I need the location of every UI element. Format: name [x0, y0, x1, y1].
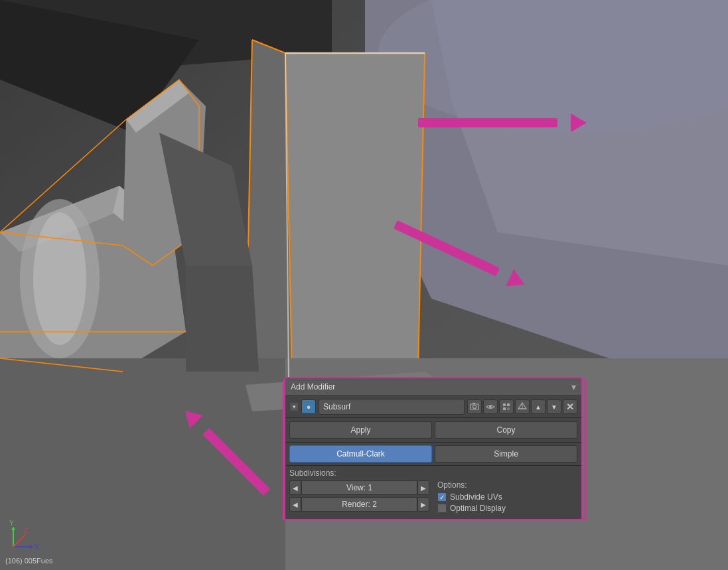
subdivide-uvs-label: Subdivide UVs [450, 492, 502, 502]
view-slider-row: ◀ View: 1 ▶ [289, 480, 429, 495]
optimal-display-label: Optimal Display [450, 504, 506, 513]
svg-rect-49 [503, 407, 506, 410]
modifier-header-title: Add Modifier [291, 382, 335, 392]
subdiv-options-panel: Options: Subdivide UVs Optimal Display [437, 480, 577, 515]
subdivisions-section: Subdivisions: ◀ View: 1 ▶ ◀ Render: 2 ▶ [285, 466, 581, 519]
subdivide-type-row: Catmull-Clark Simple [285, 443, 581, 466]
options-label: Options: [437, 480, 577, 490]
render-icon[interactable] [499, 399, 514, 414]
close-modifier-icon[interactable]: ✕ [563, 399, 577, 414]
subdivisions-options: ◀ View: 1 ▶ ◀ Render: 2 ▶ Options: [289, 480, 577, 515]
render-decrease-button[interactable]: ◀ [289, 497, 301, 512]
view-decrease-button[interactable]: ◀ [289, 480, 301, 495]
catmull-clark-button[interactable]: Catmull-Clark [289, 445, 432, 463]
apply-button[interactable]: Apply [289, 421, 432, 439]
optimal-display-row: Optimal Display [437, 504, 577, 513]
dot-icon-btn[interactable]: ● [301, 399, 316, 414]
svg-point-10 [33, 212, 86, 345]
optimal-display-checkbox[interactable] [437, 504, 447, 513]
svg-rect-28 [418, 118, 557, 127]
svg-point-44 [473, 405, 476, 409]
render-value[interactable]: Render: 2 [301, 497, 417, 512]
camera-render-icon[interactable] [467, 399, 482, 414]
render-slider-row: ◀ Render: 2 ▶ [289, 497, 429, 512]
move-down-icon[interactable]: ▼ [547, 399, 561, 414]
axis-indicator: X Y Z [7, 520, 40, 553]
modifier-panel-header: Add Modifier ▾ [285, 378, 581, 396]
view-value[interactable]: View: 1 [301, 480, 417, 495]
svg-point-46 [489, 405, 492, 408]
render-increase-button[interactable]: ▶ [417, 497, 429, 512]
expand-arrow[interactable]: ▾ [289, 402, 299, 411]
move-up-icon[interactable]: ▲ [531, 399, 546, 414]
modifier-name-row: ▾ ● [285, 396, 581, 418]
subdivide-uvs-row: Subdivide UVs [437, 492, 577, 502]
svg-text:X: X [35, 543, 39, 551]
subdivisions-label: Subdivisions: [289, 468, 577, 478]
svg-text:Z: Z [24, 528, 28, 535]
modifier-icons-right: ▲ ▼ ✕ [467, 399, 577, 414]
modifier-header-dropdown[interactable]: ▾ [571, 382, 576, 392]
svg-marker-39 [11, 527, 15, 530]
subdiv-sliders: ◀ View: 1 ▶ ◀ Render: 2 ▶ [289, 480, 429, 515]
svg-marker-14 [285, 53, 425, 378]
svg-text:Y: Y [9, 520, 14, 527]
apply-copy-row: Apply Copy [285, 418, 581, 443]
3d-viewport: X Y Z (106) 005Fues Add Modifier ▾ ▾ ● [0, 0, 728, 570]
copy-button[interactable]: Copy [435, 421, 577, 439]
simple-button[interactable]: Simple [435, 445, 577, 463]
svg-rect-48 [507, 403, 510, 406]
mesh-display-icon[interactable] [515, 399, 530, 414]
view-increase-button[interactable]: ▶ [417, 480, 429, 495]
modifier-panel: Add Modifier ▾ ▾ ● [284, 377, 583, 520]
eye-visibility-icon[interactable] [483, 399, 498, 414]
svg-rect-47 [503, 403, 506, 406]
mesh-info: (106) 005Fues [5, 557, 53, 565]
svg-line-41 [13, 535, 25, 547]
svg-marker-24 [186, 265, 259, 372]
svg-marker-36 [30, 545, 33, 549]
modifier-name-input[interactable] [319, 399, 465, 415]
svg-rect-50 [507, 407, 510, 410]
svg-rect-45 [473, 403, 475, 404]
subdivide-uvs-checkbox[interactable] [437, 492, 447, 502]
